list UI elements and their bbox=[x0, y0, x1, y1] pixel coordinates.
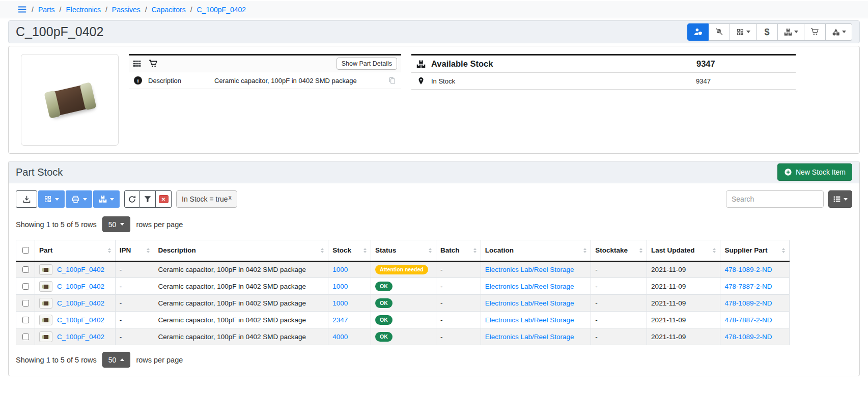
filter-icon bbox=[144, 195, 152, 203]
sort-icon bbox=[363, 248, 367, 253]
page-size-value: 50 bbox=[108, 356, 117, 364]
stocktake-cell: - bbox=[591, 295, 647, 312]
ipn-cell: - bbox=[115, 295, 154, 312]
location-link[interactable]: Electronics Lab/Reel Storage bbox=[485, 299, 574, 307]
part-details-block: Show Part Details i Description Ceramic … bbox=[129, 54, 401, 153]
breadcrumb-link-parts[interactable]: Parts bbox=[38, 6, 55, 14]
select-all-checkbox[interactable] bbox=[22, 247, 29, 254]
location-link[interactable]: Electronics Lab/Reel Storage bbox=[485, 316, 574, 324]
part-link[interactable]: C_100pF_0402 bbox=[57, 316, 104, 324]
row-checkbox[interactable] bbox=[22, 266, 29, 273]
part-stock-header: Part Stock New Stock Item bbox=[9, 161, 859, 183]
pagination-top: Showing 1 to 5 of 5 rows 50 rows per pag… bbox=[16, 216, 852, 232]
chevron-down-icon bbox=[55, 198, 59, 201]
print-actions-button[interactable] bbox=[66, 190, 92, 208]
toggle-columns-button[interactable] bbox=[828, 190, 852, 208]
remove-filter-icon[interactable]: x bbox=[229, 194, 232, 201]
qrcode-icon bbox=[736, 28, 744, 36]
breadcrumb-link-current-part[interactable]: C_100pF_0402 bbox=[197, 6, 246, 14]
column-header-ipn[interactable]: IPN bbox=[115, 240, 154, 261]
last-updated-cell: 2021-11-09 bbox=[647, 295, 720, 312]
export-button[interactable] bbox=[16, 190, 37, 208]
column-header-part[interactable]: Part bbox=[35, 240, 116, 261]
rows-per-page-text: rows per page bbox=[136, 356, 183, 364]
row-checkbox[interactable] bbox=[22, 283, 29, 290]
last-updated-cell: 2021-11-09 bbox=[647, 261, 720, 278]
supplier-part-link[interactable]: 478-1089-2-ND bbox=[724, 333, 772, 341]
available-stock-header: Available Stock 9347 bbox=[411, 55, 796, 73]
part-link[interactable]: C_100pF_0402 bbox=[57, 299, 104, 307]
clear-filter-icon: ✕ bbox=[159, 195, 169, 203]
sort-icon bbox=[147, 248, 150, 253]
stock-quantity-link[interactable]: 1000 bbox=[332, 266, 348, 273]
order-part-button[interactable] bbox=[804, 23, 826, 41]
clear-filters-button[interactable]: ✕ bbox=[156, 190, 172, 208]
description-label: Description bbox=[148, 77, 208, 85]
page-size-dropdown[interactable]: 50 bbox=[102, 352, 131, 368]
pagination-bottom: Showing 1 to 5 of 5 rows 50 rows per pag… bbox=[16, 352, 852, 368]
column-header-status[interactable]: Status bbox=[371, 240, 436, 261]
column-header-supplier-part[interactable]: Supplier Part bbox=[720, 240, 790, 261]
column-header-location[interactable]: Location bbox=[481, 240, 591, 261]
barcode-scan-button[interactable] bbox=[38, 190, 65, 208]
location-link[interactable]: Electronics Lab/Reel Storage bbox=[485, 266, 574, 273]
pricing-button[interactable]: $ bbox=[757, 23, 778, 41]
unsubscribe-button[interactable] bbox=[709, 23, 730, 41]
filter-button[interactable] bbox=[140, 190, 156, 208]
barcode-actions-button[interactable] bbox=[730, 23, 757, 41]
part-link[interactable]: C_100pF_0402 bbox=[57, 283, 104, 290]
part-options-button[interactable] bbox=[826, 23, 852, 41]
boxes-icon bbox=[99, 195, 107, 203]
supplier-part-link[interactable]: 478-7887-2-ND bbox=[724, 316, 772, 324]
breadcrumb-link-passives[interactable]: Passives bbox=[112, 6, 141, 14]
filter-chip-in-stock[interactable]: In Stock = true x bbox=[176, 190, 237, 208]
chevron-down-icon bbox=[844, 198, 848, 201]
breadcrumb-link-electronics[interactable]: Electronics bbox=[66, 6, 100, 14]
showing-rows-text: Showing 1 to 5 of 5 rows bbox=[16, 220, 97, 229]
status-badge: OK bbox=[375, 282, 393, 291]
refresh-button[interactable] bbox=[124, 190, 140, 208]
subscribe-button[interactable] bbox=[687, 23, 709, 41]
row-checkbox[interactable] bbox=[22, 333, 29, 340]
table-toolbar: ✕ In Stock = true x bbox=[16, 190, 852, 208]
column-header-description[interactable]: Description bbox=[154, 240, 328, 261]
batch-cell: - bbox=[436, 312, 481, 328]
stock-actions-button[interactable] bbox=[778, 23, 804, 41]
new-stock-item-button[interactable]: New Stock Item bbox=[777, 163, 852, 181]
available-stock-block: Available Stock 9347 In Stock 9347 bbox=[411, 54, 796, 153]
stock-quantity-link[interactable]: 1000 bbox=[332, 299, 348, 307]
menu-icon[interactable] bbox=[17, 5, 27, 14]
column-header-stock[interactable]: Stock bbox=[328, 240, 371, 261]
column-header-stocktake[interactable]: Stocktake bbox=[591, 240, 647, 261]
stock-quantity-link[interactable]: 4000 bbox=[332, 333, 348, 341]
supplier-part-link[interactable]: 478-1089-2-ND bbox=[724, 266, 772, 273]
status-badge: OK bbox=[375, 298, 393, 308]
description-value: Ceramic capacitor, 100pF in 0402 SMD pac… bbox=[214, 77, 382, 85]
part-overview-panel: Show Part Details i Description Ceramic … bbox=[8, 46, 860, 154]
showing-rows-text: Showing 1 to 5 of 5 rows bbox=[16, 356, 97, 364]
stock-quantity-link[interactable]: 1000 bbox=[332, 283, 348, 290]
page-size-dropdown[interactable]: 50 bbox=[102, 216, 131, 232]
supplier-part-link[interactable]: 478-1089-2-ND bbox=[724, 299, 772, 307]
show-part-details-button[interactable]: Show Part Details bbox=[337, 58, 397, 70]
part-image[interactable] bbox=[21, 54, 119, 146]
breadcrumb: / Parts / Electronics / Passives / Capac… bbox=[0, 1, 868, 18]
stock-quantity-link[interactable]: 2347 bbox=[332, 316, 348, 324]
location-link[interactable]: Electronics Lab/Reel Storage bbox=[485, 283, 574, 290]
stock-options-button[interactable] bbox=[93, 190, 120, 208]
column-header-batch[interactable]: Batch bbox=[436, 240, 481, 261]
copy-icon[interactable] bbox=[388, 76, 396, 85]
row-checkbox[interactable] bbox=[22, 317, 29, 323]
breadcrumb-link-capacitors[interactable]: Capacitors bbox=[152, 6, 186, 14]
location-link[interactable]: Electronics Lab/Reel Storage bbox=[485, 333, 574, 341]
bell-slash-icon bbox=[715, 27, 723, 36]
row-checkbox[interactable] bbox=[22, 300, 29, 307]
dollar-icon: $ bbox=[764, 27, 769, 37]
part-link[interactable]: C_100pF_0402 bbox=[57, 266, 104, 273]
part-link[interactable]: C_100pF_0402 bbox=[57, 333, 104, 341]
supplier-part-link[interactable]: 478-7887-2-ND bbox=[724, 283, 772, 290]
user-shield-icon bbox=[694, 27, 703, 36]
column-header-last-updated[interactable]: Last Updated bbox=[647, 240, 720, 261]
search-input[interactable] bbox=[726, 190, 824, 208]
table-row: C_100pF_0402 - Ceramic capacitor, 100pF … bbox=[16, 278, 790, 295]
